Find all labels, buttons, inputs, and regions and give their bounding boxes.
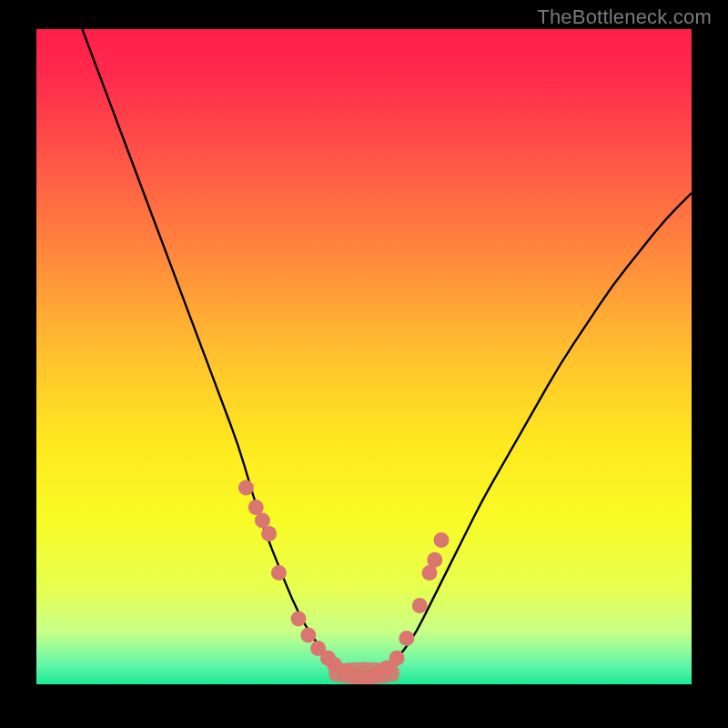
hotspot-marker (389, 651, 405, 666)
watermark-text: TheBottleneck.com (537, 5, 712, 29)
plot-area (36, 29, 692, 684)
hotspot-marker (238, 480, 254, 496)
hotspot-marker (271, 565, 287, 581)
hotspot-marker (261, 526, 277, 541)
hotspot-marker (412, 598, 428, 613)
marker-group (238, 480, 450, 685)
hotspot-marker (399, 631, 414, 646)
hotspot-marker (248, 500, 264, 515)
hotspot-marker (433, 532, 449, 548)
hotspot-marker (255, 513, 270, 529)
curve-layer (36, 29, 692, 684)
outer-frame: TheBottleneck.com (0, 0, 728, 728)
hotspot-marker (291, 612, 307, 627)
hotspot-marker (300, 628, 316, 643)
hotspot-marker (427, 552, 442, 568)
left-curve (82, 29, 357, 679)
